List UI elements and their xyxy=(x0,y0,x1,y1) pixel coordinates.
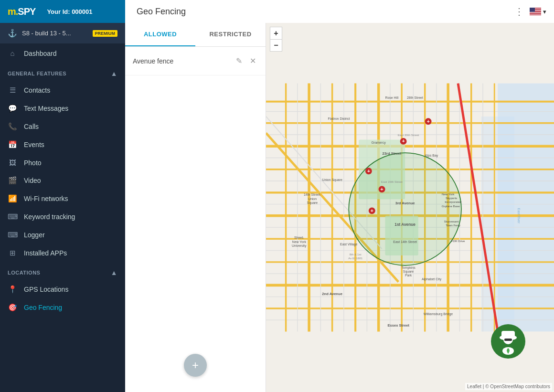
svg-text:23rd Street: 23rd Street xyxy=(382,151,401,156)
sidebar-item-label: Geo Fencing xyxy=(24,304,62,311)
sidebar-item-calls[interactable]: 📞 Calls xyxy=(0,117,125,136)
sidebar-item-label: Events xyxy=(24,141,44,148)
fence-name: Avenue fence xyxy=(133,57,230,65)
svg-text:Skyports: Skyports xyxy=(446,196,457,200)
page-title: Geo Fencing xyxy=(125,0,507,23)
edit-icon: ✎ xyxy=(236,57,242,65)
device-name: S8 - build 13 - 5... xyxy=(22,30,88,37)
gps-icon: 📍 xyxy=(8,285,17,294)
tab-restricted[interactable]: RESTRICTED xyxy=(195,23,266,46)
sidebar-item-label: Dashboard xyxy=(24,50,57,57)
sidebar-item-contacts[interactable]: ☰ Contacts xyxy=(0,81,125,99)
sidebar-item-logger[interactable]: ⌨ Logger xyxy=(0,226,125,244)
svg-text:Union Square: Union Square xyxy=(322,178,342,182)
sidebar-item-events[interactable]: 📅 Events xyxy=(0,136,125,154)
svg-text:+: + xyxy=(426,118,430,124)
device-item[interactable]: ⚓ S8 - build 13 - 5... PREMIUM xyxy=(0,23,125,43)
svg-text:New York: New York xyxy=(292,240,307,244)
language-chevron: ▾ xyxy=(543,8,546,15)
sidebar-item-dashboard[interactable]: ⌂ Dashboard xyxy=(0,43,125,63)
contacts-icon: ☰ xyxy=(8,86,17,95)
topbar-right: ⋮ ▾ xyxy=(507,0,554,23)
agent-icon[interactable] xyxy=(491,324,525,359)
svg-text:Park: Park xyxy=(405,274,412,277)
sidebar-item-label: Photo xyxy=(24,159,42,167)
home-icon: ⌂ xyxy=(8,49,17,57)
language-selector[interactable]: ▾ xyxy=(530,8,546,15)
svg-text:8th & 1st: 8th & 1st xyxy=(350,253,362,256)
sidebar-item-gps[interactable]: 📍 GPS Locations xyxy=(0,280,125,298)
wifi-icon: 📶 xyxy=(8,194,17,203)
general-features-header[interactable]: GENERAL FEATURES ▲ xyxy=(0,63,125,81)
android-icon: ⚓ xyxy=(8,29,17,38)
sidebar-item-photo[interactable]: 🖼 Photo xyxy=(0,154,125,171)
content-area: ALLOWED RESTRICTED Avenue fence ✎ ✕ xyxy=(125,23,554,392)
tab-allowed[interactable]: ALLOWED xyxy=(125,23,195,46)
delete-fence-button[interactable]: ✕ xyxy=(248,54,258,67)
brand-logo: m.SPY xyxy=(8,6,35,17)
svg-text:Grplane Base: Grplane Base xyxy=(442,204,460,208)
tabs-row: ALLOWED RESTRICTED xyxy=(125,23,266,47)
sidebar-item-keyword[interactable]: ⌨ Keyword tracking xyxy=(0,208,125,226)
us-flag-icon xyxy=(530,8,541,15)
chevron-up-icon-locations: ▲ xyxy=(111,269,117,276)
svg-text:Gramercy: Gramercy xyxy=(371,141,386,145)
user-id: Your Id: 000001 xyxy=(47,8,92,15)
sidebar-item-label: Wi-Fi networks xyxy=(24,195,68,202)
svg-text:Town Ferry: Town Ferry xyxy=(446,223,461,227)
sidebar-item-label: Calls xyxy=(24,123,39,130)
text-messages-icon: 💬 xyxy=(8,104,17,113)
sidebar-item-label: Logger xyxy=(24,231,45,239)
sidebar-item-label: Video xyxy=(24,177,41,184)
svg-text:+: + xyxy=(402,138,405,144)
svg-text:Av El 1881: Av El 1881 xyxy=(348,256,363,260)
zoom-in-button[interactable]: + xyxy=(270,27,282,39)
svg-text:Street-: Street- xyxy=(294,236,304,239)
svg-text:East 14th Street: East 14th Street xyxy=(393,240,417,244)
map-area: + + + + + xyxy=(266,23,554,392)
sidebar-item-label: GPS Locations xyxy=(24,286,68,293)
sidebar-item-video[interactable]: 🎬 Video xyxy=(0,171,125,190)
svg-text:Williamsburg Bridge: Williamsburg Bridge xyxy=(424,312,453,316)
svg-text:Incorporated: Incorporated xyxy=(445,200,461,203)
svg-text:East Village: East Village xyxy=(340,243,358,246)
svg-text:Stuyvesant: Stuyvesant xyxy=(444,220,459,223)
svg-text:Essex Street: Essex Street xyxy=(387,323,409,328)
svg-text:3rd Avenue: 3rd Avenue xyxy=(395,201,415,205)
svg-text:FDR Drive: FDR Drive xyxy=(451,239,465,243)
more-options-icon[interactable]: ⋮ xyxy=(514,6,524,17)
locations-header[interactable]: LOCATIONS ▲ xyxy=(0,262,125,280)
calls-icon: 📞 xyxy=(8,122,17,131)
svg-text:+: + xyxy=(367,168,371,174)
fence-actions: ✎ ✕ xyxy=(234,54,258,67)
add-fence-button[interactable]: + xyxy=(184,354,207,377)
svg-text:Kips Bay: Kips Bay xyxy=(425,154,438,158)
topbar-brand: m.SPY Your Id: 000001 xyxy=(0,0,125,23)
svg-text:Flatiron District: Flatiron District xyxy=(328,117,350,120)
video-icon: 🎬 xyxy=(8,176,17,185)
sidebar-item-label: Keyword tracking xyxy=(24,213,75,221)
map-attribution: Leaflet | © OpenStreetMap contributors xyxy=(465,383,552,390)
keyword-icon: ⌨ xyxy=(8,212,17,221)
svg-text:University: University xyxy=(292,244,307,248)
sidebar-item-text-messages[interactable]: 💬 Text Messages xyxy=(0,99,125,117)
sidebar-item-label: Installed APPs xyxy=(24,249,67,257)
chevron-up-icon: ▲ xyxy=(111,70,117,77)
svg-text:New York: New York xyxy=(442,192,455,196)
svg-text:28th Street: 28th Street xyxy=(407,96,423,99)
sidebar-item-label: Contacts xyxy=(24,86,50,94)
sidebar-item-geo-fencing[interactable]: 🎯 Geo Fencing xyxy=(0,298,125,317)
zoom-out-button[interactable]: − xyxy=(270,39,282,52)
map-container[interactable]: + + + + + xyxy=(266,23,554,392)
fence-item: Avenue fence ✎ ✕ xyxy=(125,47,266,75)
events-icon: 📅 xyxy=(8,140,17,149)
left-panel: ALLOWED RESTRICTED Avenue fence ✎ ✕ xyxy=(125,23,266,392)
plus-icon: + xyxy=(192,359,199,372)
svg-text:East 20th Street: East 20th Street xyxy=(381,180,403,183)
edit-fence-button[interactable]: ✎ xyxy=(234,54,244,67)
svg-text:Square: Square xyxy=(307,201,318,205)
left-panel-body: Avenue fence ✎ ✕ + xyxy=(125,47,266,392)
svg-text:Square: Square xyxy=(403,270,414,274)
sidebar-item-wifi[interactable]: 📶 Wi-Fi networks xyxy=(0,190,125,208)
sidebar-item-installed-apps[interactable]: ⊞ Installed APPs xyxy=(0,244,125,262)
